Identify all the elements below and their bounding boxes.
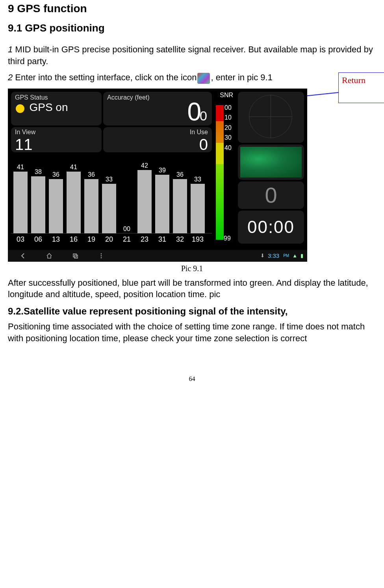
- satellite-bar-value: 39: [155, 167, 169, 174]
- snr-tick-0: 00: [224, 103, 233, 113]
- snr-tick-4: 40: [224, 143, 233, 153]
- svg-rect-1: [74, 255, 78, 258]
- gps-on-text: GPS on: [29, 101, 68, 113]
- satellite-bar-id: 20: [102, 235, 116, 244]
- accuracy-panel: Accuracy (feet) 00: [103, 92, 212, 126]
- back-icon[interactable]: [19, 251, 28, 260]
- satellite-bar-value: 33: [191, 176, 205, 183]
- satellite-bar: [67, 172, 81, 233]
- subsection-heading-9-1: 9.1 GPS positioning: [8, 22, 376, 34]
- in-use-value: 0: [107, 136, 208, 153]
- list-number-2: 2: [8, 72, 13, 82]
- recent-apps-icon[interactable]: [71, 251, 80, 260]
- gps-status-row: GPS on: [11, 101, 102, 114]
- return-callout-box: Return: [338, 72, 384, 103]
- in-use-label: In Use: [107, 129, 208, 136]
- accuracy-sub-digit: 0: [200, 108, 206, 123]
- gps-status-dot-icon: [16, 104, 24, 113]
- satellite-bar: [49, 179, 63, 233]
- home-icon[interactable]: [45, 251, 54, 260]
- return-callout-label: Return: [342, 75, 365, 85]
- snr-tick-3: 30: [224, 133, 233, 143]
- svg-point-3: [101, 255, 102, 256]
- in-view-label: In View: [15, 129, 98, 136]
- time-panel: 00:00: [238, 211, 304, 244]
- sky-plot-hline: [249, 116, 292, 117]
- satellite-bar: [102, 184, 116, 233]
- gps-app-icon: [197, 73, 210, 84]
- download-icon: ⬇: [260, 253, 265, 259]
- gps-status-label: GPS Status: [11, 92, 102, 101]
- sky-plot-panel: [238, 92, 304, 143]
- satellite-bar: [31, 176, 45, 233]
- satellite-bar-chart: 4103380636134116361933200021422339313632…: [11, 155, 212, 244]
- satellite-bar-value: 42: [137, 162, 152, 169]
- snr-bottom-value: 99: [224, 235, 231, 242]
- satellite-bar-id: 31: [155, 235, 169, 244]
- in-view-value: 11: [15, 136, 98, 153]
- paragraph-2-before-icon: Enter into the setting interface, click …: [13, 72, 197, 82]
- in-use-panel: In Use 0: [103, 127, 212, 152]
- section-heading: 9 GPS function: [8, 2, 376, 15]
- subsection-heading-9-2: 9.2.Satellite value represent positionin…: [8, 306, 376, 317]
- paragraph-2: 2 Enter into the setting interface, clic…: [8, 72, 376, 83]
- satellite-bar-value: 38: [31, 168, 45, 176]
- satellite-bar-value: 36: [49, 171, 63, 178]
- satellite-bar: [173, 179, 187, 233]
- snr-tick-2: 20: [224, 123, 233, 133]
- satellite-bar-id: 32: [173, 235, 187, 244]
- satellite-bar: [155, 175, 169, 233]
- satellite-bar: [137, 170, 152, 233]
- paragraph-1: 1 MID built-in GPS precise positioning s…: [8, 44, 376, 67]
- svg-point-2: [101, 253, 102, 254]
- speed-panel: 0: [238, 181, 304, 209]
- status-time: 3:33: [268, 252, 279, 259]
- satellite-bar-value: 41: [13, 164, 28, 171]
- gps-status-panel: GPS Status GPS on: [11, 92, 102, 126]
- status-bar-right: ⬇ 3:33PM ▲ ▮: [260, 252, 307, 259]
- satellite-bar-value: 00: [120, 226, 134, 233]
- svg-rect-0: [73, 254, 76, 257]
- gps-screenshot: GPS Status GPS on Accuracy (feet) 00 In …: [8, 89, 307, 262]
- satellite-bar-id: 23: [137, 235, 152, 244]
- android-navbar: ⬇ 3:33PM ▲ ▮: [8, 250, 307, 262]
- list-number-1: 1: [8, 44, 13, 54]
- world-map-panel: [238, 144, 304, 180]
- world-map-graphic: [240, 147, 302, 178]
- snr-label: SNR: [213, 92, 235, 99]
- satellite-bar-id: 19: [84, 235, 98, 244]
- satellite-bar-id: 21: [120, 235, 134, 244]
- wifi-icon: ▲: [292, 253, 297, 259]
- satellite-bar-id: 193: [191, 235, 205, 244]
- satellite-bar-value: 36: [173, 171, 187, 178]
- satellite-bar-id: 03: [13, 235, 28, 244]
- satellite-bar-id: 06: [31, 235, 45, 244]
- snr-gradient-bar: [216, 105, 224, 240]
- paragraph-after-pic: After successfully positioned, blue part…: [8, 277, 376, 300]
- satellite-bar-value: 36: [84, 171, 98, 178]
- accuracy-value: 00: [187, 97, 206, 126]
- snr-column: SNR 00 10 20 30 40 99: [213, 92, 235, 244]
- satellite-bar-id: 16: [67, 235, 81, 244]
- figure-caption: Pic 9.1: [8, 264, 376, 273]
- in-view-panel: In View 11: [11, 127, 102, 152]
- satellite-bar-value: 33: [102, 176, 116, 183]
- battery-icon: ▮: [301, 253, 303, 259]
- status-ampm: PM: [283, 253, 289, 258]
- satellite-bar: [84, 179, 98, 233]
- satellite-bar: [191, 184, 205, 233]
- satellite-bar: [13, 172, 28, 233]
- paragraph-2-after-icon: , enter in pic 9.1: [211, 72, 273, 82]
- page-number: 64: [8, 375, 376, 383]
- snr-tick-1: 10: [224, 113, 233, 123]
- paragraph-1-text: MID built-in GPS precise positioning sat…: [8, 44, 373, 66]
- accuracy-main-digit: 0: [187, 98, 200, 126]
- menu-icon[interactable]: [97, 251, 106, 260]
- snr-ticks: 00 10 20 30 40: [224, 103, 233, 153]
- paragraph-9-2: Positioning time associated with the cho…: [8, 321, 376, 344]
- svg-point-4: [101, 257, 102, 258]
- satellite-bar-id: 13: [49, 235, 63, 244]
- satellite-bar-value: 41: [67, 164, 81, 171]
